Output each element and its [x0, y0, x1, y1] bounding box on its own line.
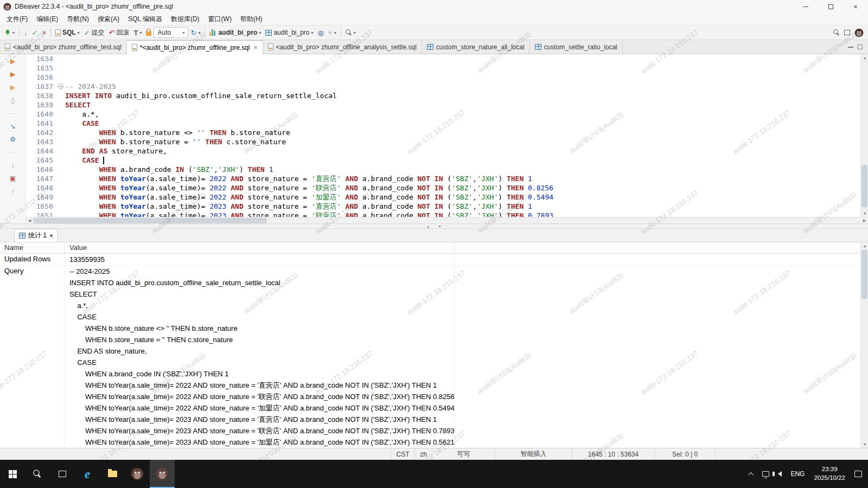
branch-button[interactable]: ⑂▾: [326, 28, 339, 37]
code-line[interactable]: 1645 CASE: [26, 156, 860, 165]
schema-selector[interactable]: audit_bi_pro▾: [263, 28, 315, 37]
ie-taskbar-button[interactable]: e: [75, 460, 100, 488]
language-indicator[interactable]: ENG: [787, 460, 808, 488]
export-result-icon[interactable]: ↘: [8, 121, 18, 131]
execute-statement-icon[interactable]: ▶: [8, 56, 18, 66]
maximize-button[interactable]: [818, 0, 843, 13]
menu-item[interactable]: 帮助(H): [236, 14, 267, 25]
menu-item[interactable]: 搜索(A): [93, 14, 124, 25]
code-line[interactable]: 1647 WHEN toYear(a.sale_time)= 2022 AND …: [26, 174, 860, 183]
row-name-cell[interactable]: Query: [0, 266, 65, 448]
minimize-view-icon[interactable]: [848, 47, 853, 48]
save-script-icon[interactable]: ↓: [8, 160, 18, 170]
code-line[interactable]: 1650 WHEN toYear(a.sale_time)= 2023 AND …: [26, 202, 860, 211]
scroll-down-arrow[interactable]: ▼: [861, 441, 868, 448]
splitter-up-icon[interactable]: ▲: [426, 224, 430, 228]
writable-status[interactable]: 可写: [432, 448, 495, 460]
editor-vertical-scrollbar[interactable]: ▲ ▼: [860, 54, 868, 217]
perspective-button[interactable]: [842, 29, 852, 36]
compare-button[interactable]: ◍: [316, 28, 326, 37]
code-line[interactable]: 1641 CASE: [26, 119, 860, 128]
panel-scroll-thumb[interactable]: [861, 250, 867, 299]
task-view-button[interactable]: [50, 460, 75, 488]
code-line[interactable]: 1642 WHEN b.store_nature <> '' THEN b.st…: [26, 128, 860, 137]
quick-search-button[interactable]: [831, 28, 842, 37]
editor-tab[interactable]: custom_store_nature_all_local: [422, 40, 530, 54]
tray-chevron-up-button[interactable]: [746, 460, 757, 488]
scroll-left-arrow[interactable]: ◀: [26, 217, 33, 223]
editor-tab[interactable]: <audit_bi_pro> zhumr_offline_test.sql: [0, 40, 127, 54]
language-status[interactable]: zh: [414, 448, 432, 460]
commit-button[interactable]: ✓提交: [82, 27, 107, 38]
load-script-icon[interactable]: ↑: [8, 187, 18, 196]
sql-editor-button[interactable]: SQL▾: [53, 28, 82, 37]
editor-tab[interactable]: custom_settle_ratio_local: [530, 40, 623, 54]
search-button[interactable]: ▾: [343, 28, 358, 37]
transaction-mode-select[interactable]: Auto▾: [154, 27, 188, 38]
insert-mode-status[interactable]: 智能插入: [495, 448, 572, 460]
menu-item[interactable]: SQL 编辑器: [124, 14, 167, 25]
panel-splitter[interactable]: ▲ ▼: [0, 223, 868, 229]
minimize-button[interactable]: [793, 0, 818, 13]
menu-item[interactable]: 窗口(W): [204, 14, 236, 25]
code-line[interactable]: 1646 WHEN a.brand_code IN ('SBZ','JXH') …: [26, 165, 860, 174]
menu-item[interactable]: 编辑(E): [32, 14, 62, 25]
code-line[interactable]: 1649 WHEN toYear(a.sale_time)= 2022 AND …: [26, 192, 860, 202]
panel-vertical-scrollbar[interactable]: ▲ ▼: [860, 242, 868, 448]
selection-status[interactable]: Sel: 0 | 0: [654, 448, 715, 460]
editor-hscroll-thumb[interactable]: [34, 218, 267, 223]
row-name-cell[interactable]: Updated Rows: [0, 254, 65, 265]
code-line[interactable]: 1643 WHEN b.store_nature = '' THEN c.sto…: [26, 137, 860, 146]
code-line[interactable]: 1648 WHEN toYear(a.sale_time)= 2022 AND …: [26, 183, 860, 192]
scroll-up-arrow[interactable]: ▲: [861, 242, 868, 249]
fetch-button[interactable]: ↓: [22, 28, 30, 37]
dbeaver-taskbar-button-active[interactable]: [150, 460, 175, 488]
clipboard-icon[interactable]: ▯: [8, 95, 18, 105]
editor-tab[interactable]: *<audit_bi_pro> zhumr_offline_pre.sql×: [127, 40, 263, 54]
menu-item[interactable]: 数据库(D): [167, 14, 204, 25]
editor-scroll-thumb[interactable]: [861, 165, 867, 207]
dots-handle-icon[interactable]: ···: [8, 108, 18, 118]
code-line[interactable]: 1634: [26, 54, 860, 63]
table-row[interactable]: Updated Rows133559935: [0, 254, 868, 266]
statistics-tab[interactable]: 统计 1 ×: [14, 229, 58, 242]
code-line[interactable]: 1638INSERT INTO audit_bi_pro.custom_offl…: [26, 91, 860, 100]
code-line[interactable]: 1651 WHEN toYear(a.sale_time)= 2023 AND …: [26, 211, 860, 217]
row-value-cell[interactable]: 133559935: [65, 254, 455, 265]
rollback-button[interactable]: ↶回滚: [107, 27, 132, 38]
new-connection-button[interactable]: ▾: [2, 28, 17, 37]
close-tab-icon[interactable]: ×: [254, 44, 258, 52]
file-explorer-button[interactable]: [100, 460, 125, 488]
scroll-right-arrow[interactable]: ▶: [861, 217, 868, 223]
notification-center-button[interactable]: [851, 460, 866, 488]
menu-item[interactable]: 文件(F): [2, 14, 32, 25]
dbeaver-home-button[interactable]: [852, 27, 866, 38]
settings-gear-icon[interactable]: ⚙: [8, 134, 18, 144]
code-lines[interactable]: 1634163516361637-- 2024-20251638INSERT I…: [26, 54, 860, 217]
explain-plan-icon[interactable]: ▶: [8, 82, 18, 92]
code-line[interactable]: 1644 END AS store_nature,: [26, 146, 860, 156]
cursor-position-status[interactable]: 1645 : 10 : 53634: [572, 448, 654, 460]
editor-tab[interactable]: <audit_bi_pro> zhumr_offline_analysis_se…: [263, 40, 422, 54]
sync-button[interactable]: ✓: [30, 28, 40, 37]
fold-collapse-icon[interactable]: [58, 84, 63, 89]
dots-handle-icon[interactable]: ···: [8, 147, 18, 157]
timezone-indicator[interactable]: CST: [391, 448, 414, 460]
connection-selector[interactable]: audit_bi_pro▾: [207, 28, 263, 37]
code-line[interactable]: 1635: [26, 63, 860, 73]
splitter-down-icon[interactable]: ▼: [438, 224, 442, 228]
taskbar-search-button[interactable]: [25, 460, 50, 488]
refresh-button[interactable]: ↻▾: [188, 28, 202, 37]
column-header-value[interactable]: Value: [65, 242, 455, 253]
code-line[interactable]: 1636: [26, 73, 860, 82]
dbeaver-taskbar-button[interactable]: [125, 460, 150, 488]
close-button[interactable]: ×: [843, 0, 868, 13]
row-value-cell[interactable]: -- 2024-2025INSERT INTO audit_bi_pro.cus…: [65, 266, 455, 448]
scroll-down-arrow[interactable]: ▼: [861, 210, 868, 217]
maximize-view-icon[interactable]: [858, 44, 863, 49]
transaction-log-button[interactable]: T▾: [132, 28, 144, 37]
script-error-icon[interactable]: ▣: [8, 174, 18, 183]
menu-item[interactable]: 导航(N): [62, 14, 93, 25]
close-tab-icon[interactable]: ×: [49, 232, 53, 240]
scroll-up-arrow[interactable]: ▲: [861, 54, 868, 61]
